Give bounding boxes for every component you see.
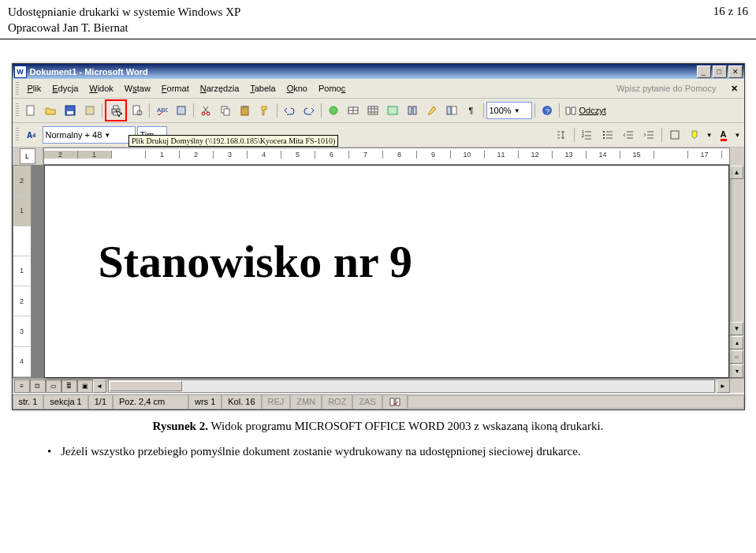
ruler-tick: 3 [214, 151, 248, 159]
highlight-icon[interactable] [686, 125, 705, 144]
hscroll-thumb[interactable] [110, 381, 182, 391]
tables-borders-icon[interactable] [344, 101, 363, 120]
status-ext[interactable]: ROZ [322, 394, 352, 409]
header-left: Udostępnianie drukarki w systemie Window… [8, 5, 240, 35]
doc-map-icon[interactable] [442, 101, 461, 120]
cut-icon[interactable] [196, 101, 215, 120]
browse-object-button[interactable]: ○ [730, 350, 743, 364]
styles-icon[interactable]: A4 [22, 125, 41, 144]
toolbar-grip[interactable] [16, 128, 19, 142]
svg-point-17 [330, 106, 337, 114]
research-icon[interactable] [172, 101, 191, 120]
ruler-tick: 15 [620, 151, 654, 159]
ruler-tick: 2 [180, 151, 214, 159]
next-page-button[interactable]: ▾ [730, 364, 743, 378]
document-header: Udostępnianie drukarki w systemie Window… [0, 0, 756, 39]
horizontal-ruler[interactable]: 2 1 1 2 3 4 5 6 7 8 9 10 11 12 13 14 [43, 148, 730, 165]
scroll-left-button[interactable]: ◄ [93, 379, 106, 393]
format-painter-icon[interactable] [255, 101, 274, 120]
minimize-button[interactable]: _ [697, 65, 711, 78]
ruler-tick: 17 [688, 151, 722, 159]
redo-icon[interactable] [300, 101, 318, 120]
hscroll-track[interactable] [108, 379, 715, 393]
style-dropdown[interactable]: Normalny + 48▼ [43, 126, 136, 144]
status-rec[interactable]: REJ [262, 394, 291, 409]
help-hint[interactable]: Wpisz pytanie do Pomocy [616, 84, 728, 93]
show-marks-icon[interactable]: ¶ [462, 101, 481, 120]
svg-rect-3 [86, 106, 94, 114]
ruler-tick: 18 [722, 151, 730, 159]
insert-excel-icon[interactable] [383, 101, 402, 120]
zoom-dropdown[interactable]: 100%▼ [486, 102, 532, 119]
menu-edycja[interactable]: Edycja [47, 82, 84, 95]
scroll-right-button[interactable]: ► [717, 379, 730, 393]
status-filler [408, 395, 744, 409]
line-spacing-icon[interactable] [552, 125, 571, 144]
hyperlink-icon[interactable] [324, 101, 343, 120]
separator [277, 103, 277, 118]
open-icon[interactable] [41, 101, 60, 120]
normal-view-button[interactable]: ≡ [14, 379, 30, 393]
menu-format[interactable]: Format [156, 82, 195, 95]
doc-close-button[interactable]: ✕ [728, 84, 741, 94]
ruler-tick: 10 [451, 151, 485, 159]
menu-tabela[interactable]: Tabela [244, 82, 281, 95]
columns-icon[interactable] [403, 101, 422, 120]
tab-selector[interactable]: L [20, 148, 35, 164]
word-app-icon: W [14, 65, 27, 78]
insert-table-icon[interactable] [363, 101, 382, 120]
drawing-icon[interactable] [423, 101, 441, 120]
menu-narzedzia[interactable]: Narzędzia [195, 82, 245, 95]
menubar: Plik Edycja Widok Wstaw Format Narzędzia… [13, 79, 744, 99]
close-button[interactable]: ✕ [728, 65, 743, 78]
scroll-down-button[interactable]: ▼ [730, 322, 743, 335]
increase-indent-icon[interactable] [639, 125, 658, 144]
menu-plik[interactable]: Plik [22, 82, 47, 95]
spellcheck-icon[interactable]: ABC [152, 101, 171, 120]
save-icon[interactable] [61, 101, 80, 120]
status-trk[interactable]: ZMN [290, 394, 322, 409]
ruler-tick: 14 [587, 151, 620, 159]
menu-pomoc[interactable]: Pomoc [313, 82, 351, 95]
web-view-button[interactable]: ⊡ [30, 379, 46, 393]
document-area: 2 1 1 2 3 4 Stanowisko nr 9 ▲ ▼ ▴ ○ ▾ [13, 165, 744, 378]
separator [483, 103, 484, 118]
vertical-ruler[interactable]: 2 1 1 2 3 4 [13, 165, 32, 378]
svg-rect-0 [27, 106, 34, 115]
menu-wstaw[interactable]: Wstaw [119, 82, 156, 95]
menubar-grip[interactable] [16, 82, 19, 95]
restore-button[interactable]: □ [713, 65, 727, 78]
separator [321, 103, 322, 118]
borders-icon[interactable] [665, 125, 684, 144]
decrease-indent-icon[interactable] [619, 125, 638, 144]
print-icon[interactable] [105, 99, 127, 121]
print-view-button[interactable]: ▭ [46, 379, 61, 393]
new-doc-icon[interactable] [21, 101, 40, 120]
print-preview-icon[interactable] [128, 101, 147, 120]
vertical-scrollbar[interactable]: ▲ ▼ ▴ ○ ▾ [729, 165, 744, 378]
scroll-up-button[interactable]: ▲ [730, 166, 743, 179]
font-color-icon[interactable]: A [714, 125, 733, 144]
horizontal-scroll-area: ≡ ⊡ ▭ ≣ ▣ ◄ ► [13, 378, 744, 393]
status-spellcheck-icon[interactable] [382, 394, 408, 409]
outline-view-button[interactable]: ≣ [61, 379, 77, 393]
caption-label: Rysunek 2. [153, 420, 208, 432]
menu-widok[interactable]: Widok [84, 82, 119, 95]
document-page[interactable]: Stanowisko nr 9 [44, 165, 729, 378]
ruler-tick [654, 151, 688, 159]
permissions-icon[interactable] [80, 101, 99, 120]
undo-icon[interactable] [280, 101, 299, 120]
menu-okno[interactable]: Okno [281, 82, 313, 95]
read-mode-button[interactable]: Odczyt [562, 104, 609, 117]
document-content-text[interactable]: Stanowisko nr 9 [99, 235, 413, 288]
toolbar-grip[interactable] [16, 103, 19, 118]
reading-view-button[interactable]: ▣ [77, 379, 93, 393]
prev-page-button[interactable]: ▴ [730, 336, 743, 349]
help-icon[interactable]: ? [538, 101, 557, 120]
bullets-icon[interactable] [598, 125, 617, 144]
paste-icon[interactable] [236, 101, 255, 120]
page-number: 16 z 16 [713, 5, 748, 18]
status-ovr[interactable]: ZAS [352, 394, 382, 409]
copy-icon[interactable] [216, 101, 235, 120]
numbering-icon[interactable]: 12 [578, 125, 597, 144]
